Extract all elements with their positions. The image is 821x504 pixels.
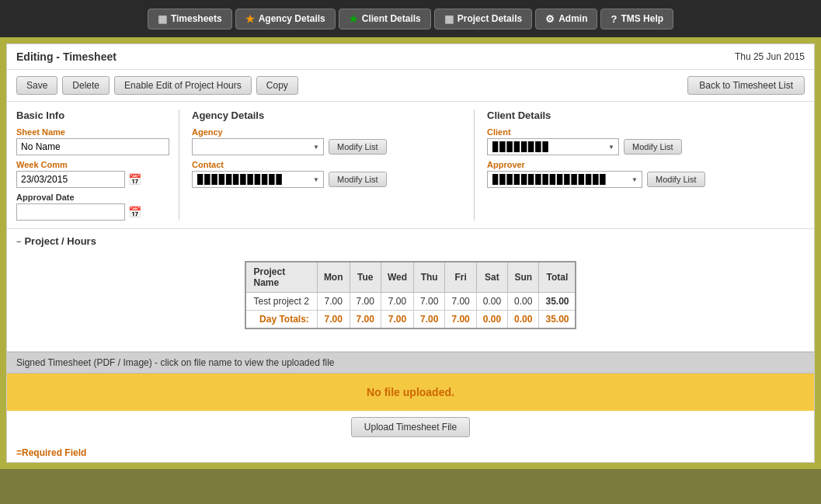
tue-cell: 7.00 [350, 293, 381, 311]
client-modify-button[interactable]: Modify List [624, 139, 682, 155]
top-navigation: ▦ Timesheets ★ Agency Details ★ Client D… [0, 0, 821, 37]
nav-timesheets[interactable]: ▦ Timesheets [148, 9, 232, 30]
no-file-text: No file uploaded. [367, 386, 454, 398]
client-label: Client [487, 127, 805, 137]
approval-date-row: 📅 [16, 203, 169, 221]
approval-date-input[interactable] [16, 203, 125, 221]
sun-cell: 0.00 [508, 293, 539, 311]
day-totals-label: Day Totals: [245, 311, 318, 329]
col-fri: Fri [445, 262, 476, 293]
sheet-name-input[interactable] [16, 138, 169, 155]
project-section-title: − Project / Hours [16, 235, 805, 247]
contact-label: Contact [192, 160, 461, 169]
week-comm-input[interactable] [16, 171, 125, 188]
table-row: Test project 2 7.00 7.00 7.00 7.00 7.00 … [245, 293, 576, 311]
approver-modify-button[interactable]: Modify List [647, 172, 705, 187]
approver-select[interactable]: ████████████████ [487, 171, 642, 188]
nav-tms-help[interactable]: ? TMS Help [600, 9, 673, 30]
enable-edit-button[interactable]: Enable Edit of Project Hours [114, 76, 252, 95]
toolbar: Save Delete Enable Edit of Project Hours… [7, 70, 814, 102]
client-details-panel: Client Details Client ████████ Modify Li… [475, 109, 805, 221]
approval-date-label: Approval Date [16, 193, 169, 202]
day-total-mon: 7.00 [317, 311, 350, 329]
nav-client-details[interactable]: ★ Client Details [339, 9, 431, 30]
content-box: Editing - Timesheet Thu 25 Jun 2015 Save… [6, 43, 815, 463]
total-cell: 35.00 [539, 293, 576, 311]
collapse-icon[interactable]: − [16, 237, 21, 246]
col-total: Total [539, 262, 576, 293]
day-total-sun: 0.00 [508, 311, 539, 329]
save-button[interactable]: Save [16, 76, 57, 95]
basic-info-panel: Basic Info Sheet Name Week Comm 📅 Approv… [16, 109, 179, 221]
day-totals-row: Day Totals: 7.00 7.00 7.00 7.00 7.00 0.0… [245, 311, 576, 329]
week-comm-row: 📅 [16, 171, 169, 188]
day-total-tue: 7.00 [350, 311, 381, 329]
day-total-wed: 7.00 [381, 311, 413, 329]
timesheets-icon: ▦ [158, 13, 167, 25]
agency-dropdown-row: Modify List [192, 138, 461, 155]
col-mon: Mon [317, 262, 350, 293]
nav-project-details[interactable]: ▦ Project Details [434, 9, 532, 30]
client-dropdown-wrapper: ████████ [487, 138, 619, 155]
agency-dropdown-wrapper [192, 138, 324, 155]
day-total-sat: 0.00 [476, 311, 507, 329]
copy-button[interactable]: Copy [256, 76, 298, 95]
col-thu: Thu [414, 262, 445, 293]
hours-table-wrapper: ProjectName Mon Tue Wed Thu Fri Sat Sun … [16, 253, 805, 345]
date-display: Thu 25 Jun 2015 [735, 51, 805, 62]
approver-dropdown-wrapper: ████████████████ [487, 171, 642, 188]
col-project-name: ProjectName [245, 262, 318, 293]
help-icon: ? [611, 13, 617, 25]
contact-select[interactable]: ████████████ [192, 171, 324, 188]
agency-select[interactable] [192, 138, 324, 155]
signed-timesheet-header: Signed Timesheet (PDF / Image) - click o… [7, 352, 814, 374]
mon-cell: 7.00 [317, 293, 350, 311]
main-container: Editing - Timesheet Thu 25 Jun 2015 Save… [0, 37, 821, 469]
approver-dropdown-row: ████████████████ Modify List [487, 171, 805, 188]
upload-timesheet-button[interactable]: Upload Timesheet File [351, 417, 470, 437]
content-header: Editing - Timesheet Thu 25 Jun 2015 [7, 44, 814, 70]
project-name-cell: Test project 2 [245, 293, 318, 311]
wed-cell: 7.00 [381, 293, 413, 311]
day-total-total: 35.00 [539, 311, 576, 329]
contact-dropdown-row: ████████████ Modify List [192, 171, 461, 188]
nav-agency-details[interactable]: ★ Agency Details [235, 9, 336, 30]
client-select[interactable]: ████████ [487, 138, 619, 155]
hours-table-header-row: ProjectName Mon Tue Wed Thu Fri Sat Sun … [245, 262, 576, 293]
project-hours-section: − Project / Hours ProjectName Mon Tue We… [7, 229, 814, 352]
basic-info-title: Basic Info [16, 109, 169, 121]
back-to-list-button[interactable]: Back to Timesheet List [687, 76, 805, 95]
agency-details-panel: Agency Details Agency Modify List Contac… [179, 109, 475, 221]
day-total-thu: 7.00 [414, 311, 445, 329]
col-tue: Tue [350, 262, 381, 293]
agency-star-icon: ★ [245, 13, 255, 25]
hours-table: ProjectName Mon Tue Wed Thu Fri Sat Sun … [245, 261, 577, 329]
sheet-name-label: Sheet Name [16, 127, 169, 137]
admin-icon: ⚙ [545, 13, 555, 25]
col-wed: Wed [381, 262, 413, 293]
approval-date-calendar-icon[interactable]: 📅 [128, 206, 141, 218]
client-details-title: Client Details [487, 109, 805, 121]
sat-cell: 0.00 [476, 293, 507, 311]
upload-row: Upload Timesheet File [7, 411, 814, 443]
thu-cell: 7.00 [414, 293, 445, 311]
nav-admin[interactable]: ⚙ Admin [535, 9, 597, 30]
week-comm-calendar-icon[interactable]: 📅 [128, 173, 141, 186]
details-section: Basic Info Sheet Name Week Comm 📅 Approv… [7, 102, 814, 229]
day-total-fri: 7.00 [445, 311, 476, 329]
agency-label: Agency [192, 127, 461, 137]
week-comm-label: Week Comm [16, 160, 169, 169]
approver-label: Approver [487, 160, 805, 169]
col-sat: Sat [476, 262, 507, 293]
required-field-note: =Required Field [7, 443, 814, 462]
agency-modify-button[interactable]: Modify List [329, 139, 387, 155]
contact-modify-button[interactable]: Modify List [329, 172, 387, 187]
col-sun: Sun [508, 262, 539, 293]
fri-cell: 7.00 [445, 293, 476, 311]
agency-details-title: Agency Details [192, 109, 461, 121]
editing-title: Editing - Timesheet [16, 50, 117, 63]
project-icon: ▦ [444, 13, 454, 25]
delete-button[interactable]: Delete [62, 76, 110, 95]
client-star-icon: ★ [349, 13, 358, 25]
client-dropdown-row: ████████ Modify List [487, 138, 805, 155]
